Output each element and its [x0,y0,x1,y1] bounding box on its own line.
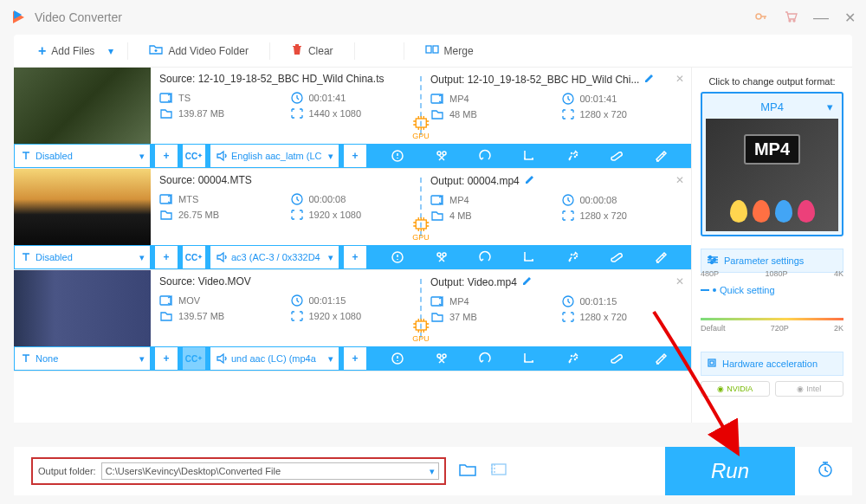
format-icon [159,294,173,307]
add-video-folder-button[interactable]: Add Video Folder [142,40,255,61]
source-size: 139.57 MB [178,311,224,321]
slider-1080p: 1080P [765,269,787,278]
edit-output-button[interactable] [525,175,535,187]
slider-4k: 4K [834,269,843,278]
tool-button-0[interactable] [390,249,405,265]
output-format: MP4 [449,94,469,104]
add-subtitle-button[interactable]: + [154,346,178,371]
audio-track-select[interactable]: ac3 (AC-3 / 0x332D4▾ [210,245,339,269]
tool-button-5[interactable] [609,148,624,164]
tool-button-1[interactable] [434,249,449,265]
add-subtitle-button[interactable]: + [154,144,178,168]
quality-slider[interactable] [701,318,843,320]
chevron-down-icon: ▾ [328,151,333,162]
subtitle-select[interactable]: Disabled▾ [14,144,151,168]
clear-label: Clear [308,45,333,57]
subtitle-select[interactable]: None▾ [14,346,151,371]
video-thumbnail[interactable] [14,68,151,144]
tool-button-0[interactable] [390,148,405,164]
cart-icon[interactable] [784,10,798,26]
output-resolution: 1280 x 720 [580,210,627,221]
clear-button[interactable]: Clear [284,40,340,61]
source-duration: 00:01:15 [309,295,346,306]
tool-button-0[interactable] [390,351,405,366]
video-thumbnail[interactable] [14,169,151,245]
close-button[interactable]: ✕ [844,10,856,26]
key-icon[interactable] [754,10,768,26]
output-folder-select[interactable]: C:\Users\Kevincy\Desktop\Converted File … [101,462,439,480]
remove-file-button[interactable]: ✕ [675,174,684,186]
tool-button-6[interactable] [653,249,669,265]
cc-button[interactable]: CC✦ [182,346,206,371]
tool-button-5[interactable] [609,249,624,265]
source-format: MOV [178,295,200,306]
remove-file-button[interactable]: ✕ [675,275,684,288]
size-icon [430,311,444,323]
edit-output-button[interactable] [522,276,533,288]
tool-button-6[interactable] [653,351,669,366]
svg-point-23 [443,253,446,256]
right-panel: Click to change output format: MP4 ▾ MP4… [691,68,852,423]
tool-button-2[interactable] [477,351,493,366]
video-thumbnail[interactable] [14,270,151,346]
merge-button[interactable]: Merge [418,40,481,61]
add-files-button[interactable]: + Add Files [31,40,101,62]
edit-tools [367,351,691,366]
svg-rect-4 [433,46,438,53]
add-audio-button[interactable]: + [343,144,367,168]
tool-button-2[interactable] [477,148,493,164]
svg-point-11 [437,152,441,155]
tool-button-1[interactable] [434,351,449,366]
subtitle-select[interactable]: Disabled▾ [14,245,151,269]
tool-button-1[interactable] [434,148,449,164]
svg-point-37 [576,358,577,359]
remove-file-button[interactable]: ✕ [675,73,684,85]
cc-button[interactable]: CC✦ [182,245,206,269]
add-files-dropdown-icon[interactable]: ▾ [108,45,113,57]
tool-button-3[interactable] [521,351,537,366]
audio-track-select[interactable]: und aac (LC) (mp4a▾ [210,346,339,371]
svg-point-12 [443,152,446,155]
tool-button-4[interactable] [565,351,581,366]
source-resolution: 1440 x 1080 [309,108,362,119]
main-toolbar: + Add Files ▾ Add Video Folder Clear Mer… [14,35,852,68]
subtitle-value: None [36,353,58,364]
tool-button-4[interactable] [565,249,581,265]
tool-button-6[interactable] [653,148,669,164]
output-label: Output: Video.mp4 [430,275,682,288]
format-preview: MP4 [706,119,838,231]
intel-badge: ◉Intel [775,381,844,397]
tool-button-4[interactable] [565,148,581,164]
svg-point-2 [793,20,795,22]
tool-button-2[interactable] [477,249,493,265]
edit-output-button[interactable] [644,74,655,86]
minimize-button[interactable]: — [813,9,829,27]
add-subtitle-button[interactable]: + [154,245,178,269]
source-format: MTS [178,194,198,204]
tool-button-3[interactable] [521,148,537,164]
open-folder-button[interactable] [458,462,477,481]
merge-label: Merge [444,45,474,57]
svg-point-15 [576,155,577,156]
output-size: 4 MB [449,210,472,221]
add-audio-button[interactable]: + [343,245,367,269]
format-icon [430,295,444,307]
add-audio-button[interactable]: + [343,346,367,371]
hardware-acceleration-button[interactable]: Hardware acceleration [701,352,843,376]
run-button[interactable]: Run [665,447,795,495]
file-list: Source: 12-10_19-18-52_BBC HD_Wild China… [14,68,691,423]
slider-2k: 2K [834,324,843,333]
output-format-selector[interactable]: MP4 ▾ MP4 [701,92,843,236]
tool-button-3[interactable] [521,249,537,265]
tool-button-5[interactable] [609,351,624,366]
param-label: Parameter settings [724,255,804,266]
sliders-icon [707,255,719,267]
timer-button[interactable] [816,460,835,483]
output-format: MP4 [449,296,469,307]
audio-track-select[interactable]: English aac_latm (LC▾ [210,144,339,168]
nvidia-badge: ◉NVIDIA [701,381,770,397]
output-config-button[interactable] [489,462,508,481]
cc-button[interactable]: CC✦ [182,144,206,168]
chip-icon [707,358,717,370]
format-icon [430,194,444,206]
